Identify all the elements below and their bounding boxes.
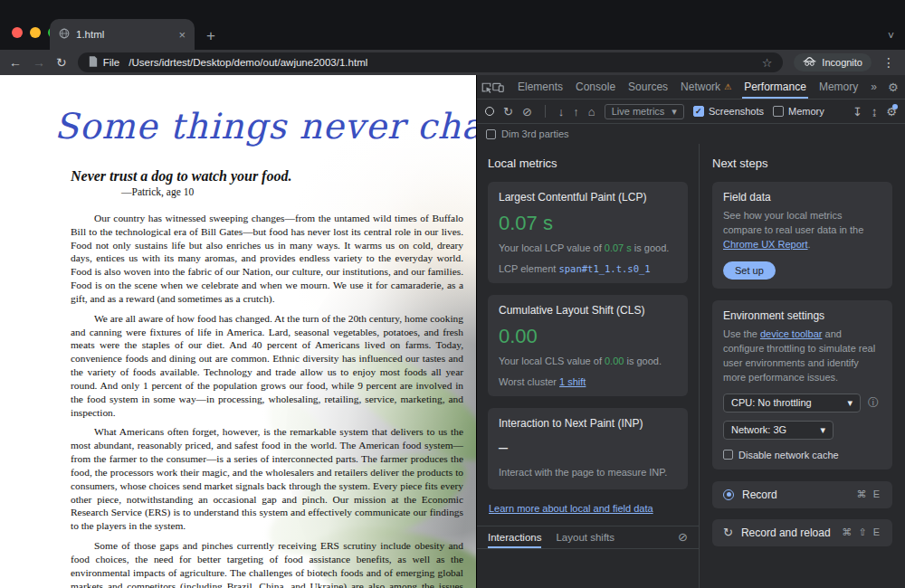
tab-label: Elements [518,81,563,93]
lcp-desc-prefix: Your local LCP value of [499,242,605,253]
cls-desc-suffix: is good. [624,356,662,366]
tabs-overflow-icon[interactable]: » [864,75,883,99]
tab-close-icon[interactable]: × [178,29,186,41]
paragraph: Our country has witnessed sweeping chang… [71,212,463,306]
lcp-value: 0.07 s [499,212,677,235]
tab-sources[interactable]: Sources [622,75,674,99]
rendered-page: Some things never change Never trust a d… [0,75,476,588]
bookmark-star-icon[interactable]: ☆ [762,56,773,70]
field-data-title: Field data [723,191,881,204]
quote-attribution: —Patrick, age 10 [121,186,463,197]
tab-title: 1.html [76,29,172,40]
forward-icon[interactable]: → [33,56,45,69]
record-reload-shortcut: ⌘ ⇧ E [842,526,881,538]
local-metrics-column: Local metrics Largest Contentful Paint (… [477,144,700,588]
tab-network[interactable]: Network⚠ [674,75,738,99]
environment-title: Environment settings [723,309,881,322]
content-area: Some things never change Never trust a d… [0,75,905,588]
record-icon[interactable] [485,107,494,116]
incognito-icon [803,56,816,69]
incognito-label: Incognito [822,57,862,68]
page-favicon-icon [59,26,70,43]
file-icon [89,54,98,71]
disable-cache-checkbox[interactable] [723,450,733,460]
save-profile-icon[interactable]: ↑ [573,106,579,118]
tab-overflow-chevron-icon[interactable]: ˅ [888,31,894,42]
lcp-element-label: LCP element [499,263,558,274]
dim-third-parties-checkbox[interactable] [486,129,496,139]
inp-title: Interaction to Next Paint (INP) [499,417,677,430]
memory-checkbox[interactable]: Memory [773,106,824,117]
tab-performance[interactable]: Performance [738,75,813,99]
network-throttling-select[interactable]: Network: 3G ▾ [723,421,834,440]
set-up-button[interactable]: Set up [723,261,776,280]
lcp-element-link[interactable]: span#t1_1.t.s0_1 [558,263,650,274]
inp-card: Interaction to Next Paint (INP) – Intera… [488,408,688,489]
network-warning-icon: ⚠ [724,82,731,91]
record-reload-label: Record and reload [741,526,831,539]
tab-label: Performance [744,81,806,93]
devtools-panel: Elements Console Sources Network⚠ Perfor… [476,75,905,588]
tab-label: Console [576,81,615,93]
address-bar[interactable]: File /Users/idrtest/Desktop/demo/out/awj… [78,52,784,72]
live-metrics-dropdown[interactable]: Live metrics ▾ [605,104,684,119]
screenshots-label: Screenshots [709,106,764,117]
browser-menu-icon[interactable]: ⋮ [882,55,896,70]
screenshots-checkbox[interactable]: ✓ Screenshots [693,106,764,117]
load-profile-icon[interactable]: ↓ [558,106,565,118]
page-quote: Never trust a dog to watch your food. [71,168,463,185]
cpu-throttling-select[interactable]: CPU: No throttling ▾ [723,394,861,413]
resize-icon[interactable]: ↨ [872,106,878,118]
browser-window: 1.html × + ˅ ← → ↻ File /Users/idrtest/D… [0,0,905,588]
lcp-desc-value: 0.07 s [605,242,632,253]
capture-settings-gear-icon[interactable]: ⚙ [886,106,897,118]
subtab-interactions[interactable]: Interactions [488,526,541,548]
log-subtabs: Interactions Layout shifts ⊘ [477,526,699,549]
minimize-window-button[interactable] [30,27,41,38]
device-toolbar-link[interactable]: device toolbar [760,328,823,339]
new-tab-button[interactable]: + [206,28,215,43]
tab-label: Sources [628,81,668,93]
lcp-title: Largest Contentful Paint (LCP) [499,191,677,204]
device-toolbar-icon[interactable] [492,81,504,93]
cls-cluster-link[interactable]: 1 shift [559,376,586,387]
record-and-reload-icon[interactable]: ↻ [503,106,513,118]
subtab-layout-shifts[interactable]: Layout shifts [556,526,614,548]
environment-settings-card: Environment settings Use the device tool… [712,300,892,469]
cls-desc-value: 0.00 [605,356,624,366]
titlebar: 1.html × + ˅ [0,0,905,50]
tab-console[interactable]: Console [569,75,622,99]
back-icon[interactable]: ← [9,56,22,69]
learn-more-row: Learn more about local and field data [489,503,688,514]
tab-elements[interactable]: Elements [511,75,569,99]
cls-value: 0.00 [499,325,677,348]
learn-more-link[interactable]: Learn more about local and field data [489,503,653,514]
live-metrics-home-icon[interactable]: ⌂ [588,106,595,118]
cpu-info-icon[interactable]: ⓘ [868,395,879,411]
inspect-element-icon[interactable] [481,81,492,93]
record-and-reload-action[interactable]: ↻ Record and reload ⌘ ⇧ E [712,519,892,546]
save-icon[interactable]: ↧ [853,106,862,118]
lcp-element-row: LCP element span#t1_1.t.s0_1 [499,263,677,274]
checkbox-checked-icon: ✓ [693,106,704,117]
performance-toolbar: ↻ ⊘ ↓ ↑ ⌂ Live metrics ▾ ✓ Screenshots M… [477,100,905,124]
tab-memory[interactable]: Memory [813,75,864,99]
memory-label: Memory [788,106,824,117]
crux-report-link[interactable]: Chrome UX Report [723,239,808,250]
clear-icon[interactable]: ⊘ [522,106,532,118]
record-action[interactable]: Record ⌘ E [712,481,892,508]
origin-chip[interactable]: File [103,57,120,68]
field-data-desc-suffix: . [808,239,811,250]
cls-desc-prefix: Your local CLS value of [499,356,605,366]
clear-log-icon[interactable]: ⊘ [678,530,688,544]
cls-cluster-label: Worst cluster [499,376,559,387]
navigation-bar: ← → ↻ File /Users/idrtest/Desktop/demo/o… [0,50,905,75]
incognito-badge: Incognito [794,53,872,71]
disable-cache-row: Disable network cache [723,450,881,460]
close-window-button[interactable] [12,27,23,38]
devtools-settings-gear-icon[interactable]: ⚙ [883,81,903,94]
browser-tab[interactable]: 1.html × [50,19,195,50]
reload-icon[interactable]: ↻ [56,56,67,69]
environment-desc-prefix: Use the [723,328,760,339]
devtools-tab-bar: Elements Console Sources Network⚠ Perfor… [477,75,905,100]
